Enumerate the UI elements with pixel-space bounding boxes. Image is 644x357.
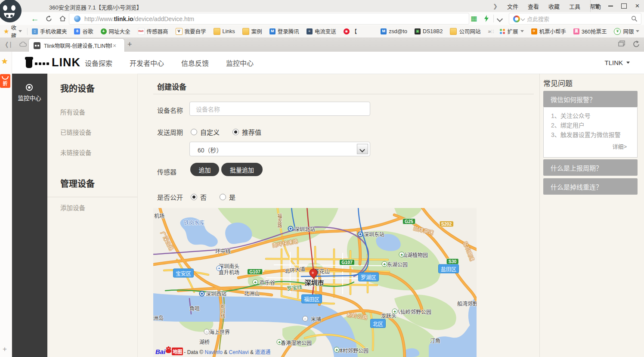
qr-code-icon[interactable]: ▦: [468, 13, 480, 24]
discount-badge[interactable]: 折: [0, 74, 10, 88]
bookmark-item[interactable]: M登录腾讯: [269, 27, 299, 35]
menu-group-title: 我的设备: [47, 74, 137, 94]
menu-item[interactable]: 未链接设备: [47, 142, 137, 162]
device-name-input[interactable]: 设备名称: [189, 102, 370, 116]
baidu-logo: Bai: [155, 348, 165, 355]
title-divider: [153, 94, 534, 94]
tab-favicon: [34, 42, 40, 49]
tlink-chain-icon: [35, 62, 49, 65]
radio-icon: [232, 129, 239, 135]
url-dropdown-icon[interactable]: [497, 16, 503, 22]
favorites-star-icon[interactable]: ★: [1, 57, 8, 66]
bookmark-item[interactable]: Links: [214, 28, 235, 35]
faq-question-3[interactable]: 什么是掉线重连？: [543, 178, 638, 195]
faq-question-2[interactable]: 什么是上报周期？: [543, 159, 638, 176]
monitor-center-label[interactable]: 监控中心: [12, 93, 47, 102]
url-field[interactable]: http://www.tlink.io/device/addDevice.htm: [69, 13, 469, 25]
park-icon: ♣: [392, 309, 398, 314]
bookmark-item[interactable]: Mzsd@to: [381, 28, 407, 34]
bookmark-item[interactable]: 公司网站: [450, 27, 480, 35]
bookmark-item[interactable]: ▯手机收藏夹: [32, 27, 67, 35]
map-label: 福田区: [301, 295, 322, 304]
search-icon[interactable]: [631, 16, 638, 23]
map-label: 香港湿地公园: [281, 339, 312, 346]
site-nav-item[interactable]: 信息反馈: [181, 58, 209, 68]
tab-list-icon[interactable]: [618, 40, 626, 49]
refresh-button[interactable]: [43, 13, 54, 24]
menu-item[interactable]: 已链接设备: [47, 122, 137, 142]
attribution-link[interactable]: NavInfo: [205, 349, 223, 355]
bookmark-item[interactable]: ▣DS18B2: [415, 28, 443, 34]
bookmark-item[interactable]: 票360抢票王: [573, 27, 607, 35]
map-label: 盐田区: [438, 264, 459, 273]
weibo-icon: ◉: [344, 28, 350, 34]
radio-label: 否: [200, 192, 207, 202]
restore-tab-icon[interactable]: [632, 40, 641, 49]
attribution-link[interactable]: CenNavi: [229, 349, 249, 355]
location-map[interactable]: 机场铁岗水库广深公路福龙路深圳北站南坪快速路环中线深圳东站G25盐排高速S202…: [153, 208, 477, 357]
maximize-button[interactable]: [617, 0, 631, 12]
faq-question-1[interactable]: 微信如何报警？: [543, 91, 638, 107]
period-option[interactable]: 推荐值: [232, 127, 261, 137]
bookmarks-bar: ★ 收藏 ▯手机收藏夹8谷歌+网址大全R&D传感器商V我要自学Links案例M登…: [0, 25, 644, 38]
map-label: 北区: [370, 319, 386, 328]
strip-add-icon[interactable]: +: [3, 345, 7, 354]
bookmark-item[interactable]: R&D传感器商: [138, 27, 168, 35]
map-label: 罗湖区: [358, 273, 379, 282]
cloud-sync-icon[interactable]: [19, 41, 27, 48]
bookmark-item[interactable]: 案例: [242, 27, 262, 35]
public-option[interactable]: 否: [191, 192, 207, 202]
bookmark-item[interactable]: 8谷歌: [74, 27, 93, 35]
menu-collapse-icon[interactable]: ❯: [493, 3, 498, 9]
site-nav-item[interactable]: 设备探索: [85, 58, 112, 68]
bookmark-item[interactable]: ¥网银: [614, 27, 639, 35]
bookmark-item[interactable]: ✈机票小帮手: [531, 27, 567, 35]
menu-item[interactable]: 所有设备: [47, 102, 137, 122]
engine-caret-icon: [521, 17, 525, 21]
plus-icon: +: [101, 28, 107, 34]
tab-scroll-left-icon[interactable]: ❬|: [4, 41, 12, 48]
search-box[interactable]: 点此搜索: [509, 13, 641, 25]
map-label: 深圳市: [304, 278, 324, 287]
map-label: 福龙路: [276, 214, 283, 228]
search-engine-icon[interactable]: [513, 16, 520, 22]
menu-item[interactable]: 添加设备: [47, 197, 137, 217]
public-option[interactable]: 是: [220, 192, 235, 202]
bookmark-item[interactable]: ≡电流变送: [307, 27, 336, 35]
faq-more-link[interactable]: 详细>: [612, 142, 627, 150]
new-tab-button[interactable]: +: [127, 40, 132, 49]
tlink-logo[interactable]: LINK: [26, 56, 80, 68]
back-button[interactable]: ←: [29, 13, 40, 24]
append-button[interactable]: 追加: [190, 163, 219, 176]
bookmark-item[interactable]: 扩展: [499, 27, 524, 35]
bookmark-item[interactable]: »: [488, 28, 491, 34]
bookmark-item[interactable]: +网址大全: [101, 27, 130, 35]
skin-icon[interactable]: [591, 0, 604, 12]
site-nav-item[interactable]: 开发者中心: [130, 58, 164, 68]
period-select-value: 60（秒）: [198, 146, 223, 154]
account-menu[interactable]: TLINK: [604, 52, 630, 74]
speed-bolt-icon[interactable]: [481, 13, 492, 24]
select-arrow-icon[interactable]: [357, 144, 368, 154]
site-nav-item[interactable]: 监控中心: [226, 58, 254, 68]
tab-close-icon[interactable]: ×: [113, 42, 116, 49]
bookmark-item[interactable]: ◉【: [344, 27, 357, 35]
close-button[interactable]: ×: [631, 0, 644, 12]
map-label: 湖桥: [199, 338, 210, 345]
bookmark-item[interactable]: V我要自学: [176, 27, 206, 35]
bookmark-label: 谷歌: [82, 27, 93, 35]
period-select[interactable]: 60（秒）: [189, 142, 370, 156]
bookmark-label: 手机收藏夹: [40, 27, 67, 35]
attribution-link[interactable]: 道道通: [255, 349, 270, 355]
window-menu-item[interactable]: 工具: [569, 2, 580, 10]
favorites-button[interactable]: ★ 收藏: [3, 23, 22, 40]
minimize-button[interactable]: [604, 0, 617, 12]
window-menu-item[interactable]: 文件: [507, 2, 518, 10]
window-menu-item[interactable]: 查看: [528, 2, 539, 10]
batch-append-button[interactable]: 批量追加: [221, 163, 263, 176]
window-menu-item[interactable]: 收藏: [548, 2, 560, 10]
home-button[interactable]: [57, 13, 68, 24]
active-tab[interactable]: Tlink物联网-创建设备,TLIN物联 ×: [28, 38, 125, 52]
period-option[interactable]: 自定义: [191, 127, 220, 137]
radio-label: 是: [229, 192, 235, 202]
